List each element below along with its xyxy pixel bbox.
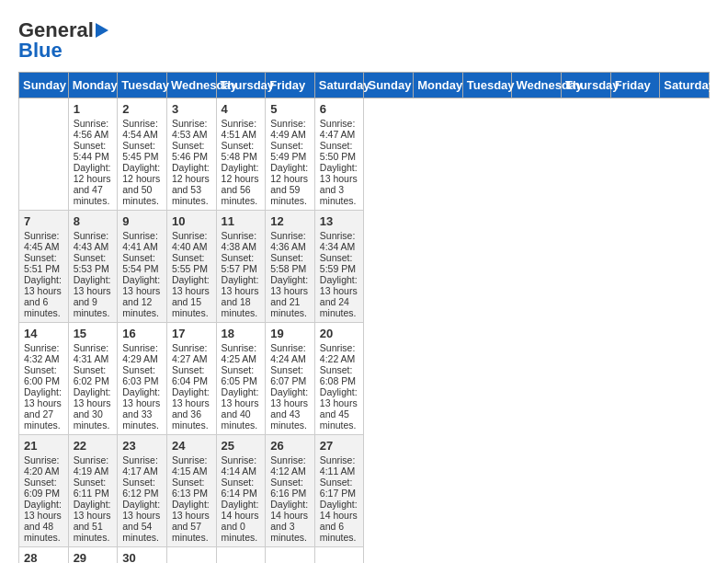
calendar-cell: 3Sunrise: 4:53 AMSunset: 5:46 PMDaylight… bbox=[166, 98, 216, 211]
sunrise-text: Sunrise: 4:41 AM bbox=[122, 230, 158, 252]
day-number: 29 bbox=[74, 551, 113, 563]
calendar-cell: 6Sunrise: 4:47 AMSunset: 5:50 PMDaylight… bbox=[314, 98, 364, 211]
sunset-text: Sunset: 6:08 PM bbox=[320, 364, 356, 386]
calendar-cell: 20Sunrise: 4:22 AMSunset: 6:08 PMDayligh… bbox=[314, 323, 364, 435]
sunrise-text: Sunrise: 4:53 AM bbox=[172, 118, 208, 140]
day-number: 26 bbox=[270, 439, 310, 453]
day-number: 20 bbox=[320, 327, 359, 340]
sunrise-text: Sunrise: 4:34 AM bbox=[320, 230, 356, 252]
sunrise-text: Sunrise: 4:24 AM bbox=[270, 342, 306, 364]
day-number: 21 bbox=[24, 439, 63, 453]
calendar-cell: 5Sunrise: 4:49 AMSunset: 5:49 PMDaylight… bbox=[266, 98, 315, 211]
calendar-cell: 29Sunrise: 4:07 AMSunset: 6:20 PMDayligh… bbox=[68, 547, 118, 564]
calendar-cell: 10Sunrise: 4:40 AMSunset: 5:55 PMDayligh… bbox=[166, 211, 216, 323]
day-number: 1 bbox=[74, 102, 113, 116]
sunset-text: Sunset: 5:48 PM bbox=[222, 140, 257, 162]
calendar-cell: 25Sunrise: 4:14 AMSunset: 6:14 PMDayligh… bbox=[216, 435, 266, 547]
sunset-text: Sunset: 5:50 PM bbox=[320, 140, 356, 162]
daylight-text: Daylight: 14 hours and 3 minutes. bbox=[270, 499, 308, 543]
day-number: 8 bbox=[74, 214, 113, 228]
day-number: 30 bbox=[122, 551, 162, 563]
col-header-monday: Monday bbox=[414, 73, 463, 98]
day-number: 22 bbox=[74, 439, 113, 453]
col-header-saturday: Saturday bbox=[314, 73, 364, 98]
daylight-text: Daylight: 12 hours and 50 minutes. bbox=[122, 162, 160, 206]
daylight-text: Daylight: 13 hours and 27 minutes. bbox=[24, 386, 62, 431]
daylight-text: Daylight: 13 hours and 43 minutes. bbox=[270, 386, 308, 431]
calendar-cell: 30Sunrise: 4:06 AMSunset: 6:21 PMDayligh… bbox=[118, 547, 167, 564]
sunrise-text: Sunrise: 4:17 AM bbox=[122, 454, 158, 477]
week-row-5: 28Sunrise: 4:09 AMSunset: 6:18 PMDayligh… bbox=[19, 547, 710, 564]
daylight-text: Daylight: 13 hours and 15 minutes. bbox=[172, 274, 210, 318]
calendar-cell: 11Sunrise: 4:38 AMSunset: 5:57 PMDayligh… bbox=[216, 211, 266, 323]
col-header-wednesday: Wednesday bbox=[166, 73, 216, 98]
calendar-cell: 14Sunrise: 4:32 AMSunset: 6:00 PMDayligh… bbox=[19, 323, 69, 435]
sunset-text: Sunset: 5:54 PM bbox=[122, 252, 158, 274]
sunset-text: Sunset: 6:17 PM bbox=[320, 477, 356, 499]
day-number: 2 bbox=[122, 102, 162, 116]
day-number: 15 bbox=[74, 327, 113, 340]
sunrise-text: Sunrise: 4:45 AM bbox=[24, 230, 60, 252]
daylight-text: Daylight: 13 hours and 57 minutes. bbox=[172, 499, 210, 543]
calendar-cell: 24Sunrise: 4:15 AMSunset: 6:13 PMDayligh… bbox=[166, 435, 216, 547]
calendar-cell bbox=[19, 98, 69, 211]
daylight-text: Daylight: 13 hours and 54 minutes. bbox=[122, 499, 160, 543]
calendar-cell bbox=[314, 547, 364, 564]
sunrise-text: Sunrise: 4:32 AM bbox=[24, 342, 60, 364]
calendar-cell: 1Sunrise: 4:56 AMSunset: 5:44 PMDaylight… bbox=[68, 98, 118, 211]
sunrise-text: Sunrise: 4:56 AM bbox=[74, 118, 109, 140]
sunrise-text: Sunrise: 4:15 AM bbox=[172, 454, 208, 477]
calendar-cell: 22Sunrise: 4:19 AMSunset: 6:11 PMDayligh… bbox=[68, 435, 118, 547]
daylight-text: Daylight: 13 hours and 51 minutes. bbox=[74, 499, 111, 543]
sunrise-text: Sunrise: 4:25 AM bbox=[222, 342, 257, 364]
sunrise-text: Sunrise: 4:22 AM bbox=[320, 342, 356, 364]
sunset-text: Sunset: 6:14 PM bbox=[222, 477, 257, 499]
calendar-cell: 21Sunrise: 4:20 AMSunset: 6:09 PMDayligh… bbox=[19, 435, 69, 547]
day-number: 19 bbox=[270, 327, 310, 340]
calendar-cell: 19Sunrise: 4:24 AMSunset: 6:07 PMDayligh… bbox=[266, 323, 315, 435]
calendar-cell: 18Sunrise: 4:25 AMSunset: 6:05 PMDayligh… bbox=[216, 323, 266, 435]
day-number: 9 bbox=[122, 214, 162, 228]
sunrise-text: Sunrise: 4:38 AM bbox=[222, 230, 257, 252]
sunrise-text: Sunrise: 4:47 AM bbox=[320, 118, 356, 140]
daylight-text: Daylight: 13 hours and 12 minutes. bbox=[122, 274, 160, 318]
calendar-cell: 26Sunrise: 4:12 AMSunset: 6:16 PMDayligh… bbox=[266, 435, 315, 547]
sunrise-text: Sunrise: 4:19 AM bbox=[74, 454, 109, 477]
day-number: 5 bbox=[270, 102, 310, 116]
col-header-friday: Friday bbox=[610, 73, 660, 98]
sunrise-text: Sunrise: 4:36 AM bbox=[270, 230, 306, 252]
logo: General Blue bbox=[18, 18, 108, 63]
daylight-text: Daylight: 13 hours and 18 minutes. bbox=[222, 274, 259, 318]
sunrise-text: Sunrise: 4:27 AM bbox=[172, 342, 208, 364]
day-number: 24 bbox=[172, 439, 211, 453]
calendar-cell: 13Sunrise: 4:34 AMSunset: 5:59 PMDayligh… bbox=[314, 211, 364, 323]
sunset-text: Sunset: 5:57 PM bbox=[222, 252, 257, 274]
day-number: 25 bbox=[222, 439, 261, 453]
calendar-cell bbox=[216, 547, 266, 564]
calendar-cell: 7Sunrise: 4:45 AMSunset: 5:51 PMDaylight… bbox=[19, 211, 69, 323]
sunrise-text: Sunrise: 4:54 AM bbox=[122, 118, 158, 140]
calendar-cell bbox=[266, 547, 315, 564]
sunset-text: Sunset: 5:44 PM bbox=[74, 140, 109, 162]
daylight-text: Daylight: 13 hours and 45 minutes. bbox=[320, 386, 358, 431]
sunset-text: Sunset: 6:04 PM bbox=[172, 364, 208, 386]
col-header-friday: Friday bbox=[266, 73, 315, 98]
col-header-wednesday: Wednesday bbox=[512, 73, 562, 98]
calendar-cell: 23Sunrise: 4:17 AMSunset: 6:12 PMDayligh… bbox=[118, 435, 167, 547]
week-row-3: 14Sunrise: 4:32 AMSunset: 6:00 PMDayligh… bbox=[19, 323, 710, 435]
header-row: SundayMondayTuesdayWednesdayThursdayFrid… bbox=[19, 73, 710, 98]
logo-text-blue: Blue bbox=[18, 39, 63, 63]
col-header-saturday: Saturday bbox=[660, 73, 710, 98]
sunset-text: Sunset: 6:13 PM bbox=[172, 477, 208, 499]
page-header: General Blue bbox=[18, 18, 710, 63]
calendar-cell: 27Sunrise: 4:11 AMSunset: 6:17 PMDayligh… bbox=[314, 435, 364, 547]
daylight-text: Daylight: 14 hours and 6 minutes. bbox=[320, 499, 358, 543]
day-number: 10 bbox=[172, 214, 211, 228]
daylight-text: Daylight: 13 hours and 21 minutes. bbox=[270, 274, 308, 318]
sunrise-text: Sunrise: 4:20 AM bbox=[24, 454, 60, 477]
day-number: 7 bbox=[24, 214, 63, 228]
day-number: 12 bbox=[270, 214, 310, 228]
col-header-sunday: Sunday bbox=[364, 73, 414, 98]
daylight-text: Daylight: 13 hours and 40 minutes. bbox=[222, 386, 259, 431]
sunrise-text: Sunrise: 4:12 AM bbox=[270, 454, 306, 477]
